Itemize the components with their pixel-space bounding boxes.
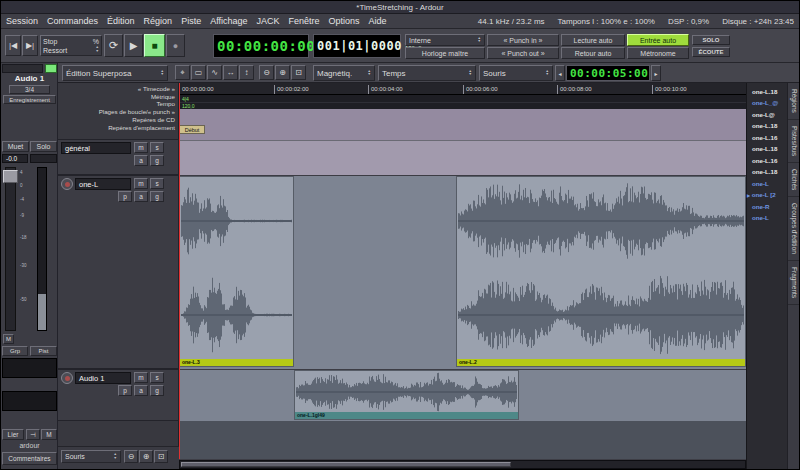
track-auto-button[interactable]: a bbox=[134, 155, 148, 166]
track-name-one-l[interactable]: one-L bbox=[75, 178, 131, 190]
input-routing-button[interactable] bbox=[2, 358, 57, 378]
gain-fader-handle[interactable] bbox=[3, 170, 18, 183]
link-button[interactable]: Lier bbox=[2, 429, 24, 440]
tool-stretch-button[interactable]: ↔ bbox=[223, 65, 238, 80]
menu-affichage[interactable]: Affichage bbox=[210, 16, 247, 26]
scrollbar-thumb[interactable] bbox=[181, 462, 511, 467]
region-list-item[interactable]: one-L@ bbox=[746, 109, 787, 120]
track-header-one-l[interactable] bbox=[58, 175, 179, 369]
edit-point-select[interactable]: Souris ▲▼ bbox=[479, 65, 553, 81]
main-clock[interactable]: 00:00:00:00 30 NDF bbox=[213, 34, 309, 58]
shuttle-control[interactable]: Stop% Ressort ▲▼ bbox=[40, 35, 102, 56]
edit-range-clock[interactable]: 00:00:05:00 bbox=[566, 65, 650, 81]
record-button[interactable]: ● bbox=[166, 34, 185, 57]
bbt-clock[interactable]: 001|01|0000 4|4 120.0 bbox=[313, 34, 401, 58]
zoom-out-button[interactable]: ⊖ bbox=[259, 65, 274, 80]
marker-rulers-band[interactable] bbox=[179, 109, 746, 140]
track-auto-button[interactable]: a bbox=[134, 385, 148, 396]
stop-button[interactable]: ■ bbox=[144, 34, 165, 57]
snap-mode-select[interactable]: Magnétiq. ▲▼ bbox=[313, 65, 375, 81]
strip-record-button[interactable]: Enregistrement bbox=[3, 95, 56, 104]
listen-button[interactable]: ÉCOUTE bbox=[692, 47, 730, 57]
region-list-item[interactable]: one-L bbox=[746, 212, 787, 223]
window-titlebar[interactable]: *TimeStretching - Ardour bbox=[1, 1, 799, 14]
ruler-label-cd-markers[interactable]: Repères de CD bbox=[58, 116, 175, 123]
zoom-in-button[interactable]: ⊕ bbox=[275, 65, 290, 80]
tool-grab-button[interactable]: ⌖ bbox=[175, 65, 190, 80]
tab-tracks-busses[interactable]: Pistes/bus bbox=[788, 120, 800, 163]
menu-commandes[interactable]: Commandes bbox=[47, 16, 98, 26]
tool-range-button[interactable]: ▭ bbox=[191, 65, 206, 80]
record-armed-indicator[interactable] bbox=[45, 64, 57, 73]
ruler-label-timecode[interactable]: « Timecode » bbox=[58, 85, 175, 92]
tempo-ruler[interactable] bbox=[179, 102, 746, 109]
track-auto-button[interactable]: a bbox=[134, 191, 148, 202]
auto-input-button[interactable]: Entrée auto bbox=[627, 34, 689, 46]
auto-play-button[interactable]: Lecture auto bbox=[561, 34, 625, 46]
zoom-out-button[interactable]: ⊖ bbox=[124, 450, 138, 463]
region-list-item[interactable]: ▶ one-L [2 bbox=[746, 189, 787, 201]
expand-icon[interactable]: ▶ bbox=[747, 193, 750, 198]
region-list-item[interactable]: one-L.18 bbox=[746, 166, 787, 177]
snap-unit-select[interactable]: Temps ▲▼ bbox=[378, 65, 476, 81]
track-mute-button[interactable]: m bbox=[134, 372, 148, 383]
ruler-label-tempo[interactable]: Tempo bbox=[58, 100, 175, 107]
region-name-bar[interactable]: one-L.1gl49 bbox=[295, 412, 518, 419]
track-name-audio1[interactable]: Audio 1 bbox=[75, 372, 131, 384]
track-group-button[interactable]: g bbox=[150, 385, 164, 396]
goto-start-button[interactable]: |◀ bbox=[5, 35, 21, 56]
zoom-fit-button[interactable]: ⊡ bbox=[291, 65, 306, 80]
play-button[interactable]: ▶ bbox=[124, 34, 143, 57]
region-list-item[interactable]: one-L.18 bbox=[746, 86, 787, 97]
link-in-button[interactable]: ⊣ bbox=[26, 429, 40, 440]
menu-aide[interactable]: Aide bbox=[369, 16, 387, 26]
region-list-item[interactable]: one-L bbox=[746, 178, 787, 189]
track-group-button[interactable]: g bbox=[150, 155, 164, 166]
track-name-general[interactable]: général bbox=[61, 142, 131, 154]
tab-edit-groups[interactable]: Groupes d'édition bbox=[788, 197, 800, 261]
track-solo-button[interactable]: s bbox=[150, 142, 164, 153]
zoom-focus-select[interactable]: Souris ▲▼ bbox=[61, 450, 121, 463]
region-list-item[interactable]: one-L.16 bbox=[746, 132, 787, 143]
tool-gain-button[interactable]: ∿ bbox=[207, 65, 222, 80]
clock-spin-left-button[interactable]: ◂ bbox=[555, 65, 565, 81]
gain-display[interactable]: -0.0 bbox=[2, 154, 28, 163]
tab-snapshots[interactable]: Clichés bbox=[788, 163, 800, 197]
punch-out-button[interactable]: « Punch out » bbox=[487, 47, 559, 59]
region-list-item[interactable]: one-L.18 bbox=[746, 143, 787, 154]
audio-region-one-l-1[interactable]: one-L.1gl49 bbox=[294, 370, 519, 420]
gain-fader-track[interactable] bbox=[5, 167, 16, 331]
zoom-in-button[interactable]: ⊕ bbox=[139, 450, 153, 463]
menu-region[interactable]: Région bbox=[144, 16, 173, 26]
sync-source-select[interactable]: Interne ▲▼ bbox=[405, 34, 485, 46]
mono-button[interactable]: M bbox=[3, 334, 14, 344]
menu-fenetre[interactable]: Fenêtre bbox=[289, 16, 320, 26]
region-list-item[interactable]: one-R bbox=[746, 201, 787, 212]
solo-button[interactable]: SOLO bbox=[692, 35, 730, 45]
shuttle-mode[interactable]: Ressort bbox=[43, 46, 67, 55]
horizontal-scrollbar[interactable] bbox=[179, 460, 746, 469]
master-clock-button[interactable]: Horloge maître bbox=[405, 47, 485, 59]
track-solo-button[interactable]: s bbox=[150, 178, 164, 189]
region-list-item[interactable]: one-L.16 bbox=[746, 155, 787, 166]
goto-end-button[interactable]: ▶| bbox=[22, 35, 38, 56]
audio-region-one-l-2[interactable]: one-L.2 bbox=[456, 176, 746, 367]
meter-ruler[interactable] bbox=[179, 95, 746, 102]
comments-button[interactable]: Commentaires bbox=[2, 452, 57, 465]
start-location-marker[interactable]: Début bbox=[179, 125, 205, 134]
strip-meter-button[interactable]: 3/4 bbox=[9, 85, 50, 94]
strip-track-name[interactable]: Audio 1 bbox=[1, 74, 58, 83]
edit-mode-select[interactable]: Édition Superposa ▲▼ bbox=[62, 65, 168, 81]
tab-regions[interactable]: Régions bbox=[788, 83, 800, 120]
punch-in-button[interactable]: « Punch in » bbox=[487, 34, 559, 46]
track-mute-button[interactable]: m bbox=[134, 178, 148, 189]
zoom-fit-button[interactable]: ⊡ bbox=[154, 450, 168, 463]
playhead-cursor[interactable] bbox=[179, 83, 180, 459]
region-list-item[interactable]: one-L.18 bbox=[746, 120, 787, 131]
audio-region-one-l-3[interactable]: one-L.3 bbox=[179, 176, 294, 367]
output-routing-button[interactable] bbox=[2, 391, 57, 411]
ruler-label-location-markers[interactable]: Repères d'emplacement bbox=[58, 124, 175, 131]
track-playlist-button[interactable]: p bbox=[118, 385, 132, 396]
track-canvas-general[interactable] bbox=[179, 141, 746, 175]
track-mute-button[interactable]: m bbox=[134, 142, 148, 153]
